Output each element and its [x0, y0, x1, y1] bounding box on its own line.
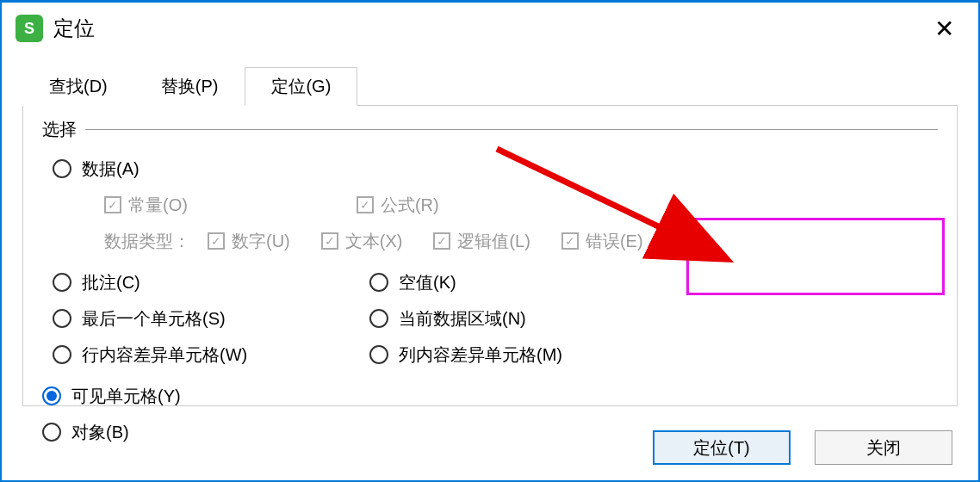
subrow-constant-formula: ✓ 常量(O) ✓ 公式(R) — [42, 189, 938, 220]
section-header: 选择 — [42, 118, 938, 141]
tab-goto[interactable]: 定位(G) — [245, 67, 357, 106]
locate-button[interactable]: 定位(T) — [653, 430, 791, 465]
radio-object[interactable] — [42, 423, 61, 442]
checkbox-text: ✓ — [321, 232, 338, 250]
radio-col-diff[interactable] — [369, 345, 388, 364]
label-text: 文本(X) — [345, 230, 403, 253]
radio-comment[interactable] — [53, 273, 71, 292]
label-logical: 逻辑值(L) — [457, 230, 530, 253]
option-comment-row: 批注(C) — [42, 267, 369, 298]
label-blank[interactable]: 空值(K) — [399, 271, 456, 294]
option-object-row: 对象(B) — [42, 417, 275, 448]
radio-row-diff[interactable] — [53, 345, 71, 364]
label-object[interactable]: 对象(B) — [71, 421, 129, 444]
radio-data[interactable] — [53, 159, 71, 178]
radio-grid: 批注(C) 最后一个单元格(S) 行内容差异单元格(W) 空值(K) 当前数据区… — [42, 262, 938, 453]
app-icon: S — [16, 15, 43, 42]
close-icon[interactable]: ✕ — [927, 15, 961, 43]
tab-find[interactable]: 查找(D) — [22, 67, 134, 106]
label-col-diff[interactable]: 列内容差异单元格(M) — [399, 343, 562, 367]
options-panel: 选择 数据(A) ✓ 常量(O) ✓ 公式(R) 数据类型： ✓ 数字(U) ✓… — [22, 105, 958, 406]
option-blank-row: 空值(K) — [369, 267, 714, 298]
label-data[interactable]: 数据(A) — [82, 158, 140, 181]
radio-last-cell[interactable] — [53, 309, 71, 328]
label-last-cell[interactable]: 最后一个单元格(S) — [82, 307, 226, 331]
option-col-diff-row: 列内容差异单元格(M) — [369, 339, 714, 370]
section-label: 选择 — [42, 118, 77, 141]
label-visible-cells[interactable]: 可见单元格(Y) — [71, 385, 181, 408]
label-current-region[interactable]: 当前数据区域(N) — [399, 307, 526, 331]
dialog-footer: 定位(T) 关闭 — [653, 430, 952, 465]
label-constant: 常量(O) — [128, 194, 188, 217]
label-comment[interactable]: 批注(C) — [82, 271, 140, 294]
checkbox-constant: ✓ — [104, 196, 121, 213]
section-divider — [85, 129, 938, 130]
label-row-diff[interactable]: 行内容差异单元格(W) — [82, 343, 247, 367]
checkbox-formula: ✓ — [357, 196, 374, 213]
checkbox-number: ✓ — [208, 232, 225, 250]
radio-blank[interactable] — [369, 273, 388, 292]
option-last-cell-row: 最后一个单元格(S) — [42, 303, 369, 334]
option-data-row: 数据(A) — [42, 153, 938, 184]
titlebar: S 定位 ✕ — [2, 3, 978, 51]
app-icon-letter: S — [24, 20, 34, 38]
option-visible-cells-row: 可见单元格(Y) — [42, 380, 275, 411]
dialog-title: 定位 — [53, 15, 927, 42]
radio-current-region[interactable] — [369, 309, 388, 328]
radio-visible-cells[interactable] — [42, 386, 61, 405]
close-button[interactable]: 关闭 — [815, 430, 952, 465]
label-formula: 公式(R) — [381, 194, 439, 217]
label-number: 数字(U) — [232, 230, 290, 253]
subrow-data-types: 数据类型： ✓ 数字(U) ✓ 文本(X) ✓ 逻辑值(L) ✓ 错误(E) — [42, 226, 938, 256]
label-data-type: 数据类型： — [104, 230, 190, 253]
label-error: 错误(E) — [586, 230, 643, 253]
checkbox-error: ✓ — [561, 232, 579, 250]
tab-bar: 查找(D) 替换(P) 定位(G) — [22, 66, 978, 105]
tab-replace[interactable]: 替换(P) — [134, 67, 245, 106]
option-current-region-row: 当前数据区域(N) — [369, 303, 714, 334]
option-row-diff-row: 行内容差异单元格(W) — [42, 339, 369, 370]
checkbox-logical: ✓ — [433, 232, 450, 250]
